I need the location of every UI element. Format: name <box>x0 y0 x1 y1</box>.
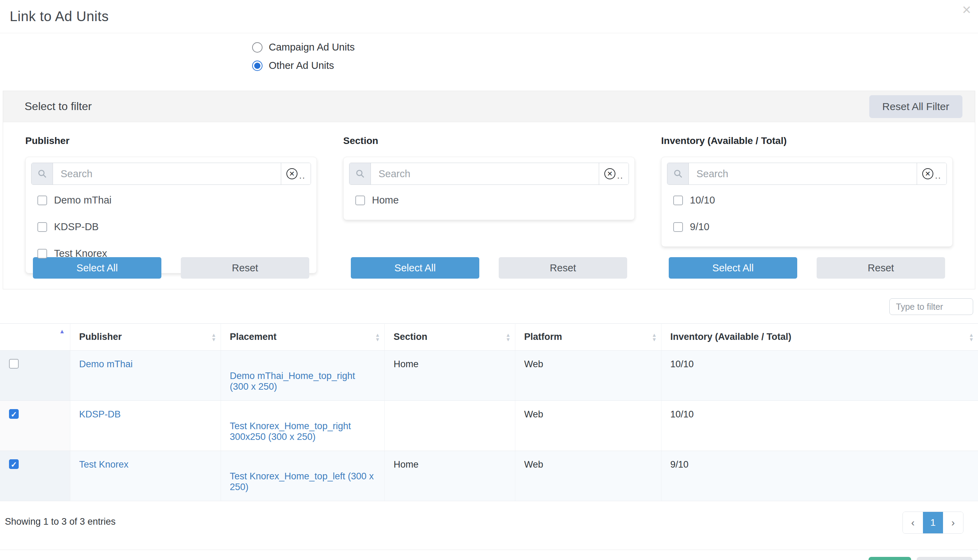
select-all-button-inventory-available-total[interactable]: Select All <box>669 257 797 278</box>
row-checkbox[interactable] <box>9 409 19 419</box>
cell-select <box>0 351 70 401</box>
radio-campaign-ad-units[interactable]: Campaign Ad Units <box>252 42 978 53</box>
ad-units-table: ▲ Publisher ▲▼ Placement ▲▼ Section ▲▼ P… <box>0 323 978 501</box>
placement-link[interactable]: Test Knorex_Home_top_left (300 x 250) <box>230 471 376 493</box>
sort-icons: ▲▼ <box>211 333 217 342</box>
clear-circle-icon: ✕ <box>922 168 933 179</box>
column-header-platform[interactable]: Platform ▲▼ <box>515 323 661 351</box>
clear-search-button[interactable]: ✕.. <box>917 163 946 185</box>
pagination-page-1[interactable]: 1 <box>923 512 943 533</box>
filter-item-label: Demo mThai <box>54 195 112 206</box>
column-header-select[interactable]: ▲ <box>0 323 70 351</box>
reset-button-publisher[interactable]: Reset <box>181 257 309 278</box>
row-checkbox[interactable] <box>9 359 19 368</box>
clear-suffix: .. <box>617 170 623 181</box>
select-all-button-section[interactable]: Select All <box>351 257 479 278</box>
filter-panel-title: Select to filter <box>25 100 92 113</box>
filter-item[interactable]: Demo mThai <box>33 187 310 213</box>
filter-item-checkbox[interactable] <box>673 222 683 232</box>
cell-platform: Web <box>515 451 661 501</box>
publisher-link[interactable]: Demo mThai <box>79 359 133 369</box>
cell-placement: Demo mThai_Home_top_right (300 x 250) <box>220 351 384 401</box>
column-header-label: Placement <box>230 332 277 342</box>
cell-inventory: 10/10 <box>661 351 978 401</box>
column-header-placement[interactable]: Placement ▲▼ <box>220 323 384 351</box>
pagination-prev-icon[interactable]: ‹ <box>903 512 923 533</box>
column-header-label: Publisher <box>79 332 122 342</box>
filter-item-checkbox[interactable] <box>37 249 47 258</box>
filter-item[interactable]: 10/10 <box>668 187 945 213</box>
page-title: Link to Ad Units <box>10 8 109 24</box>
filter-card-zone-publisher: ✕..Demo mThaiKDSP-DBTest Knorex <box>25 157 317 257</box>
search-input-inventory-available-total[interactable] <box>689 163 917 185</box>
search-input-publisher[interactable] <box>53 163 281 185</box>
filter-item-checkbox[interactable] <box>37 222 47 232</box>
radio-label: Campaign Ad Units <box>269 42 355 53</box>
filter-item[interactable]: Home <box>350 187 628 213</box>
cell-publisher: Test Knorex <box>70 451 220 501</box>
entries-summary: Showing 1 to 3 of 3 entries <box>5 517 116 527</box>
filter-card-publisher: ✕..Demo mThaiKDSP-DBTest Knorex <box>25 157 317 273</box>
close-icon[interactable]: × <box>962 2 971 17</box>
other-ad-units-radio[interactable] <box>252 60 262 71</box>
sort-icons: ▲▼ <box>375 333 380 342</box>
column-header-inventory[interactable]: Inventory (Available / Total) ▲▼ <box>661 323 978 351</box>
column-header-publisher[interactable]: Publisher ▲▼ <box>70 323 220 351</box>
reset-button-inventory-available-total[interactable]: Reset <box>817 257 945 278</box>
row-checkbox[interactable] <box>9 459 19 469</box>
link-button[interactable]: Link <box>869 557 911 560</box>
filter-buttons-publisher: Select AllReset <box>25 257 317 278</box>
column-header-label: Section <box>394 332 428 342</box>
publisher-link[interactable]: Test Knorex <box>79 459 129 470</box>
table-header-row: ▲ Publisher ▲▼ Placement ▲▼ Section ▲▼ P… <box>0 323 978 351</box>
clear-search-button[interactable]: ✕.. <box>599 163 629 185</box>
column-header-label: Platform <box>524 332 562 342</box>
modal-header: Link to Ad Units × <box>0 0 978 33</box>
pagination-next-icon[interactable]: › <box>943 512 963 533</box>
column-header-section[interactable]: Section ▲▼ <box>384 323 515 351</box>
publisher-link[interactable]: KDSP-DB <box>79 409 121 420</box>
search-icon-box <box>349 163 371 185</box>
column-header-label: Inventory (Available / Total) <box>671 332 792 342</box>
filter-columns: Publisher✕..Demo mThaiKDSP-DBTest Knorex… <box>3 122 975 289</box>
search-icon <box>37 169 47 178</box>
clear-suffix: .. <box>935 170 941 181</box>
cell-select <box>0 401 70 451</box>
placement-link[interactable]: Test Knorex_Home_top_right 300x250 (300 … <box>230 421 376 442</box>
filter-item-checkbox[interactable] <box>673 195 683 205</box>
select-all-button-publisher[interactable]: Select All <box>33 257 161 278</box>
table-row: Demo mThai Demo mThai_Home_top_right (30… <box>0 351 978 401</box>
filter-item[interactable]: 9/10 <box>668 213 945 240</box>
filter-item-label: 10/10 <box>690 195 715 206</box>
search-input-section[interactable] <box>371 163 599 185</box>
filter-item[interactable]: KDSP-DB <box>33 213 310 240</box>
filter-item-list-section: Home <box>349 185 629 217</box>
filter-panel-header: Select to filter Reset All Filter <box>3 91 975 122</box>
radio-other-ad-units[interactable]: Other Ad Units <box>252 60 978 71</box>
cell-inventory: 10/10 <box>661 401 978 451</box>
search-icon-box <box>668 163 689 185</box>
table-filter-input[interactable] <box>890 298 973 315</box>
placement-link[interactable]: Demo mThai_Home_top_right (300 x 250) <box>230 371 376 392</box>
filter-item-checkbox[interactable] <box>37 195 47 205</box>
clear-suffix: .. <box>299 170 305 181</box>
pagination: ‹ 1 › <box>903 512 963 534</box>
cell-inventory: 9/10 <box>661 451 978 501</box>
filter-buttons-inventory-available-total: Select AllReset <box>661 257 953 278</box>
filter-panel: Select to filter Reset All Filter Publis… <box>3 91 975 289</box>
filter-item-label: 9/10 <box>690 221 709 233</box>
filter-column-title-section: Section <box>343 135 635 147</box>
filter-item-checkbox[interactable] <box>355 195 365 205</box>
cell-placement: Test Knorex_Home_top_left (300 x 250) <box>220 451 384 501</box>
filter-buttons-section: Select AllReset <box>343 257 635 278</box>
filter-item-label: Home <box>372 195 399 206</box>
cancel-button[interactable]: Cancel <box>917 557 973 560</box>
campaign-ad-units-radio[interactable] <box>252 42 262 53</box>
reset-all-filter-button[interactable]: Reset All Filter <box>869 95 962 118</box>
cell-publisher: KDSP-DB <box>70 401 220 451</box>
reset-button-section[interactable]: Reset <box>499 257 627 278</box>
radio-label: Other Ad Units <box>269 60 334 71</box>
filter-column-title-inventory-available-total: Inventory (Available / Total) <box>661 135 953 147</box>
table-row: Test Knorex Test Knorex_Home_top_left (3… <box>0 451 978 501</box>
clear-search-button[interactable]: ✕.. <box>281 163 310 185</box>
